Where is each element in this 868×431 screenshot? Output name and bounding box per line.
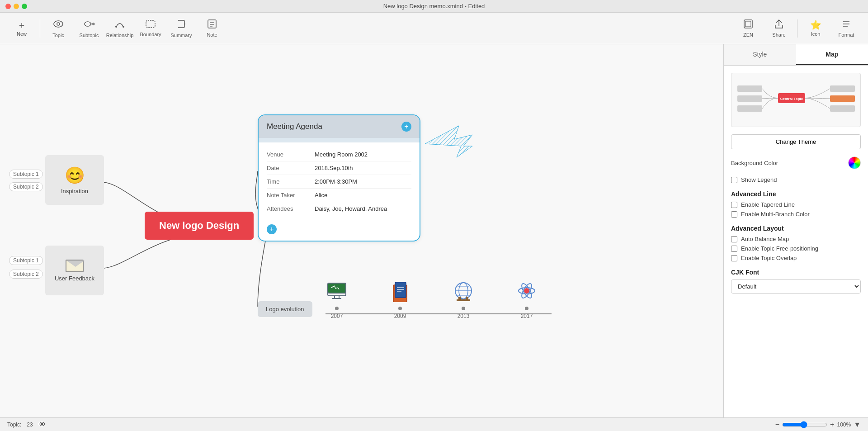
meeting-row-venue: Venue Meeting Room 2002 [267,148,411,161]
right-panel: Style Map Central Topic [723,44,868,417]
timeline-icon-2013 [452,279,475,302]
free-positioning-checkbox[interactable] [731,246,737,252]
toolbar-subtopic[interactable]: Subtopic [75,15,104,42]
meeting-row-time: Time 2:00PM-3:30PM [267,175,411,189]
svg-point-5 [115,26,117,28]
toolbar-zen-label: ZEN [743,32,753,38]
cjk-font-select[interactable]: Default Sans-Serif Serif Monospace [731,279,861,294]
tab-map[interactable]: Map [796,44,868,65]
logo-evolution-node[interactable]: Logo evolution [258,301,312,317]
topic-overlap-checkbox[interactable] [731,255,737,261]
topic-overlap-label: Enable Topic Overlap [741,255,797,261]
auto-balance-label: Auto Balance Map [741,236,789,242]
user-feedback-node[interactable]: User Feedback [45,246,104,295]
timeline-dot-2017 [525,307,528,310]
zoom-dropdown-button[interactable]: ▼ [854,421,861,429]
traffic-lights [5,4,27,9]
meeting-key-notetaker: Note Taker [267,192,307,199]
toolbar-relationship[interactable]: Relationship [105,15,134,42]
svg-rect-51 [737,105,762,112]
svg-rect-13 [745,21,751,27]
arrow-decoration [420,121,475,168]
tab-style[interactable]: Style [724,44,796,65]
meeting-agenda-card[interactable]: Meeting Agenda + Venue Meeting Room 2002… [258,114,420,242]
toolbar-share-label: Share [772,32,785,38]
svg-rect-49 [737,85,762,92]
toolbar-topic-label: Topic [52,33,64,38]
toolbar-share[interactable]: Share [764,15,793,42]
toolbar-note-label: Note [207,32,217,38]
toolbar-zen[interactable]: ZEN [734,15,763,42]
timeline: 2007 2009 [326,279,538,319]
toolbar-topic[interactable]: Topic [44,15,73,42]
zoom-level: 100% [837,422,851,428]
maximize-button[interactable] [22,4,27,9]
show-legend-row: Show Legend [731,176,861,183]
close-button[interactable] [5,4,11,9]
svg-rect-31 [395,282,406,298]
toolbar-icon[interactable]: ⭐ Icon [801,15,830,42]
zen-icon [743,19,753,30]
meeting-key-attendees: Attendees [267,205,307,212]
central-topic[interactable]: New logo Design [145,212,254,240]
meeting-row-notetaker: Note Taker Alice [267,189,411,202]
auto-balance-checkbox[interactable] [731,236,737,242]
userfeedback-subtopic-2[interactable]: Subtopic 2 [9,270,43,279]
advanced-line-title: Advanced Line [731,190,861,198]
meeting-val-time: 2:00PM-3:30PM [315,178,357,185]
toolbar-boundary[interactable]: Boundary [136,15,165,42]
change-theme-button[interactable]: Change Theme [731,134,861,149]
zoom-out-button[interactable]: − [775,421,779,429]
toolbar-new[interactable]: ＋ New [7,15,36,42]
show-legend-label: Show Legend [741,176,777,183]
inspiration-emoji: 😊 [65,166,85,185]
share-icon [774,19,783,30]
show-legend-checkbox[interactable] [731,177,737,183]
multi-branch-label: Enable Multi-Branch Color [741,211,810,218]
cjk-font-section: CJK Font Default Sans-Serif Serif Monosp… [731,269,861,294]
tapered-line-row: Enable Tapered Line [731,201,861,208]
meeting-title: Meeting Agenda [267,122,322,131]
toolbar-boundary-label: Boundary [140,32,161,37]
canvas[interactable]: Subtopic 1 Subtopic 2 Subtopic 1 Subtopi… [0,44,723,417]
toolbar-summary-label: Summary [170,33,192,38]
zoom-slider[interactable] [782,421,827,428]
inspiration-subtopic-1[interactable]: Subtopic 1 [9,170,43,179]
svg-rect-8 [208,20,216,28]
timeline-icon-2017 [515,279,538,302]
svg-point-0 [54,21,63,27]
topic-overlap-row: Enable Topic Overlap [731,255,861,261]
toolbar-new-label: New [17,31,27,37]
meeting-val-attendees: Daisy, Joe, Howard, Andrea [315,205,387,212]
user-feedback-label: User Feedback [55,275,94,282]
meeting-add-bottom-button[interactable]: + [267,224,277,234]
minimize-button[interactable] [14,4,19,9]
userfeedback-subtopic-1[interactable]: Subtopic 1 [9,256,43,265]
background-color-picker[interactable] [848,156,861,169]
toolbar-summary[interactable]: Summary [167,15,196,42]
tapered-line-checkbox[interactable] [731,202,737,208]
svg-rect-42 [457,299,470,301]
advanced-layout-section: Advanced Layout Auto Balance Map Enable … [731,225,861,261]
cjk-font-title: CJK Font [731,269,861,276]
central-topic-text: New logo Design [159,220,239,231]
multi-branch-checkbox[interactable] [731,211,737,218]
meeting-key-date: Date [267,165,307,171]
auto-balance-row: Auto Balance Map [731,236,861,242]
eye-icon: 👁 [38,421,46,429]
panel-content: Central Topic [724,66,868,301]
zoom-in-button[interactable]: + [830,421,834,429]
toolbar-format[interactable]: Format [832,15,861,42]
icon-icon: ⭐ [810,20,821,29]
svg-rect-55 [830,95,855,102]
svg-rect-52 [830,85,855,92]
meeting-key-time: Time [267,178,307,185]
inspiration-subtopic-2[interactable]: Subtopic 2 [9,182,43,191]
inspiration-label: Inspiration [61,188,88,194]
toolbar-note[interactable]: Note [198,15,226,42]
meeting-footer: + [259,221,420,241]
inspiration-node[interactable]: 😊 Inspiration [45,155,104,205]
toolbar: ＋ New Topic Subtopic Relationship Bounda… [0,13,868,44]
meeting-add-button[interactable]: + [401,122,411,132]
summary-icon [177,19,185,31]
